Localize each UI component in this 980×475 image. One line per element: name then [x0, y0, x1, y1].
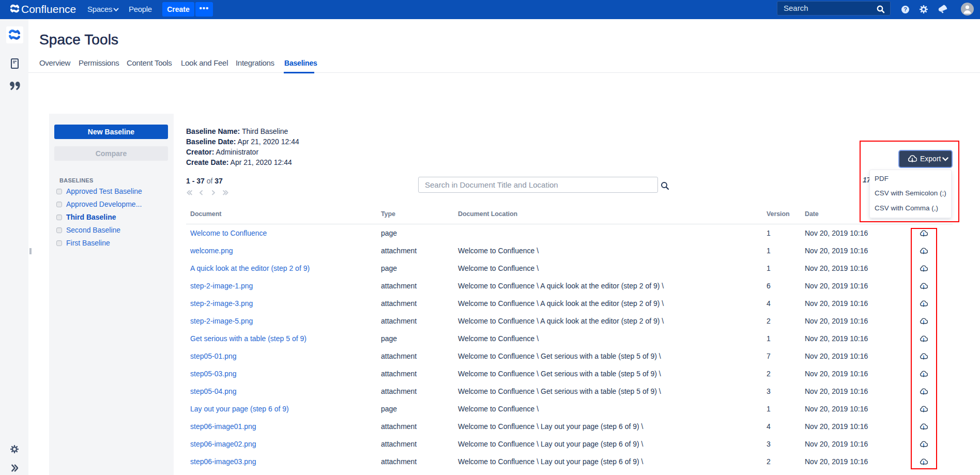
svg-text:?: ? [904, 6, 907, 12]
